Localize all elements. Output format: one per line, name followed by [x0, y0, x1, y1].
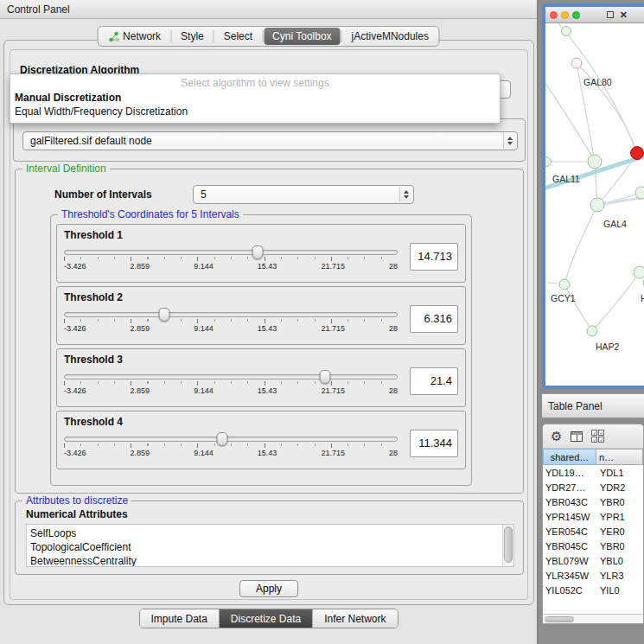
table-row[interactable]: YBR043CYBR0	[543, 494, 643, 509]
mini-checkbox-icon: ✓	[598, 437, 604, 443]
network-node[interactable]	[561, 26, 571, 36]
minimize-traffic-light-icon[interactable]	[561, 11, 569, 19]
threshold-slider[interactable]: -3.4262.8599.14415.4321.71528	[64, 367, 398, 395]
table-toolbar: ⚙ ✓ ✓ ✓ ✓	[543, 424, 643, 449]
slider-ticks	[64, 257, 398, 261]
slider-thumb[interactable]	[252, 245, 263, 259]
slider-ticks	[64, 381, 398, 386]
top-tab-bar: NetworkStyleSelectCyni ToolboxjActiveMNo…	[97, 26, 440, 47]
table-row[interactable]: YLR345WYLR3	[543, 568, 643, 583]
network-node[interactable]	[630, 146, 644, 160]
network-node[interactable]	[559, 279, 571, 290]
tab-network[interactable]: Network	[99, 28, 169, 45]
network-node[interactable]	[635, 187, 644, 200]
table-cell: YBR043C	[543, 497, 596, 507]
table-row[interactable]: YDR27…YDR2	[543, 480, 643, 494]
attributes-scrollbar[interactable]	[502, 525, 513, 566]
slider-thumb[interactable]	[217, 432, 228, 446]
scrollbar-thumb[interactable]	[545, 616, 574, 622]
tab-label: Select	[224, 30, 252, 42]
algorithm-option[interactable]: Manual Discretization	[10, 91, 500, 105]
float-window-icon[interactable]	[607, 11, 614, 18]
threshold-value-box[interactable]: 14.713	[410, 243, 458, 271]
slider-track[interactable]	[64, 312, 398, 317]
threshold-value-box[interactable]: 6.316	[410, 305, 458, 333]
select-columns-icon[interactable]: ✓ ✓ ✓ ✓	[591, 430, 604, 443]
slider-track[interactable]	[64, 437, 398, 442]
slider-thumb[interactable]	[320, 370, 331, 384]
mini-checkbox-icon: ✓	[591, 437, 597, 443]
table-row[interactable]: YBL079WYBL0	[543, 553, 643, 568]
scrollbar-thumb[interactable]	[504, 526, 513, 563]
threshold-block: Threshold 2 -3.4262.8599.14415.4321.7152…	[56, 286, 466, 345]
tab-separator	[170, 30, 171, 42]
columns-icon[interactable]	[571, 431, 583, 442]
tick-label: 28	[389, 324, 398, 333]
table-row[interactable]: YER054CYER0	[543, 524, 643, 539]
tab-style[interactable]: Style	[172, 28, 213, 45]
threshold-value-box[interactable]: 11.344	[410, 430, 458, 457]
tick-label: 9.144	[194, 324, 214, 333]
network-node[interactable]	[590, 198, 605, 213]
tab-select[interactable]: Select	[215, 28, 261, 45]
attribute-item[interactable]: TopologicalCoefficient	[30, 540, 501, 554]
slider-thumb[interactable]	[159, 308, 170, 322]
threshold-slider[interactable]: -3.4262.8599.14415.4321.71528	[64, 304, 398, 333]
slider-ticks	[64, 319, 398, 323]
tab-discretize-data[interactable]: Discretize Data	[220, 609, 313, 628]
attributes-list: SelfLoopsTopologicalCoefficientBetweenne…	[26, 524, 514, 567]
column-header[interactable]: n…	[596, 449, 643, 465]
gear-icon[interactable]: ⚙	[551, 430, 562, 443]
table-row[interactable]: YBR045CYBR0	[543, 539, 643, 553]
threshold-value: 6.316	[424, 312, 452, 325]
slider-tick-labels: -3.4262.8599.14415.4321.71528	[64, 386, 398, 395]
network-node-label: GAL80	[583, 77, 612, 87]
combo-arrows-icon	[503, 133, 516, 149]
mini-checkbox-icon: ✓	[591, 430, 597, 436]
thresholds-group-title: Threshold's Coordinates for 5 Intervals	[58, 208, 243, 220]
table-data-group: Table Data galFiltered.sif default node	[13, 118, 526, 162]
numerical-attributes-label: Numerical Attributes	[26, 508, 128, 520]
apply-button[interactable]: Apply	[239, 580, 298, 597]
close-traffic-light-icon[interactable]	[550, 11, 558, 19]
threshold-block: Threshold 3 -3.4262.8599.14415.4321.7152…	[56, 348, 466, 407]
horizontal-scrollbar[interactable]	[543, 614, 643, 623]
network-node[interactable]	[587, 326, 598, 337]
slider-track[interactable]	[64, 250, 398, 255]
table-row[interactable]: YDL19…YDL1	[543, 465, 643, 480]
tick-label: 21.715	[321, 324, 345, 333]
tab-impute-data[interactable]: Impute Data	[139, 609, 219, 628]
number-of-intervals-combobox[interactable]: 5	[193, 185, 414, 204]
tick-label: 21.715	[321, 386, 345, 395]
slider-track[interactable]	[64, 374, 398, 379]
algorithm-popup-header: Select algorithm to view settings	[10, 76, 500, 91]
tab-jactivemnodules[interactable]: jActiveMNodules	[343, 28, 437, 45]
threshold-label: Threshold 4	[64, 416, 458, 428]
table-data-combobox[interactable]: galFiltered.sif default node	[22, 131, 518, 150]
threshold-slider[interactable]: -3.4262.8599.14415.4321.71528	[64, 242, 398, 271]
algorithm-popup-list: Manual DiscretizationEqual Width/Frequen…	[10, 91, 500, 118]
column-header[interactable]: shared…	[543, 449, 596, 465]
tab-infer-network[interactable]: Infer Network	[313, 609, 397, 628]
thresholds-container: Threshold 1 -3.4262.8599.14415.4321.7152…	[56, 224, 466, 473]
network-canvas[interactable]: GAL80GAL11GAL4GCY1HAP2H	[545, 23, 644, 386]
table-row[interactable]: YPR145WYPR1	[543, 509, 643, 524]
threshold-value-box[interactable]: 21.4	[410, 367, 458, 395]
network-node[interactable]	[588, 155, 603, 169]
attribute-item[interactable]: SelfLoops	[30, 526, 501, 540]
slider-tick-labels: -3.4262.8599.14415.4321.71528	[64, 262, 398, 271]
tick-label: 15.43	[258, 262, 277, 271]
number-of-intervals-value: 5	[201, 188, 207, 201]
attribute-item[interactable]: BetweennessCentrality	[30, 554, 501, 567]
tick-label: 2.859	[131, 386, 150, 395]
tab-cyni-toolbox[interactable]: Cyni Toolbox	[264, 28, 340, 45]
network-node[interactable]	[634, 266, 644, 279]
threshold-slider[interactable]: -3.4262.8599.14415.4321.71528	[64, 429, 398, 457]
close-icon[interactable]: ✕	[620, 10, 628, 20]
zoom-traffic-light-icon[interactable]	[572, 11, 580, 19]
bottom-tab-bar: Impute DataDiscretize DataInfer Network	[138, 609, 398, 628]
table-row[interactable]: YIL052CYIL0	[543, 583, 643, 597]
table-cell: YIL0	[596, 585, 643, 596]
algorithm-option[interactable]: Equal Width/Frequency Discretization	[10, 105, 500, 118]
network-node[interactable]	[571, 58, 583, 69]
